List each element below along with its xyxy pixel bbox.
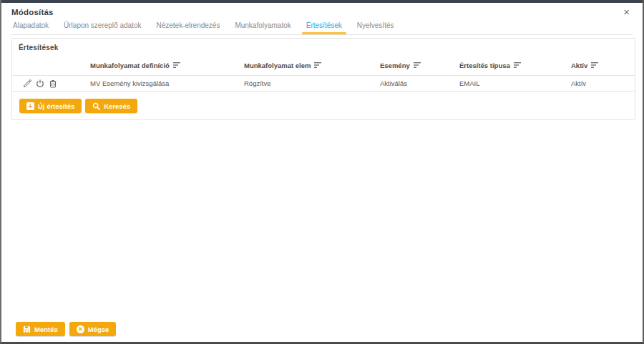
plus-icon: + — [26, 102, 34, 110]
tab-munkafolyamatok[interactable]: Munkafolyamatok — [233, 21, 292, 34]
cancel-button[interactable]: ✕ Mégse — [69, 322, 117, 336]
sort-icon[interactable] — [414, 62, 421, 69]
column-header-esemeny[interactable]: Esemény — [374, 62, 454, 69]
delete-trash-icon[interactable] — [49, 79, 57, 88]
footer-button-bar: Mentés ✕ Mégse — [16, 322, 116, 336]
tab-ertesitesek[interactable]: Értesítések — [305, 21, 343, 34]
column-header-munkafolyamat-definicio[interactable]: Munkafolyamat definíció — [84, 62, 238, 69]
close-icon[interactable]: × — [620, 6, 633, 18]
save-button[interactable]: Mentés — [16, 322, 65, 336]
cell-aktiv: Aktív — [565, 79, 635, 87]
table-header-row: Munkafolyamat definíció Munkafolyamat el… — [12, 56, 635, 76]
cell-esemeny: Aktiválás — [374, 79, 454, 87]
power-toggle-icon[interactable] — [36, 79, 44, 88]
column-header-ertesites-tipusa[interactable]: Értesítés típusa — [454, 62, 565, 69]
search-button[interactable]: Keresés — [85, 99, 137, 113]
cell-munkafolyamat-elem: Rögzítve — [238, 79, 374, 87]
column-header-munkafolyamat-elem[interactable]: Munkafolyamat elem — [238, 62, 374, 69]
column-header-aktiv[interactable]: Aktív — [565, 62, 635, 69]
dialog-header: Módosítás × — [11, 6, 633, 19]
new-notification-button[interactable]: + Új értesítés — [19, 99, 82, 113]
tab-nyelvesites[interactable]: Nyelvesítés — [356, 21, 396, 34]
modal-dialog: Módosítás × Alapadatok Űrlapon szereplő … — [0, 0, 644, 344]
sort-icon[interactable] — [514, 62, 522, 69]
dialog-title: Módosítás — [11, 8, 54, 16]
cell-ertesites-tipusa: EMAIL — [454, 79, 565, 87]
panel-heading: Értesítések — [12, 39, 635, 51]
background-page-strip — [1, 0, 643, 3]
sort-icon[interactable] — [173, 62, 181, 69]
row-actions — [12, 79, 84, 88]
tab-alapadatok[interactable]: Alapadatok — [11, 21, 50, 34]
tab-bar: Alapadatok Űrlapon szereplő adatok Nézet… — [11, 20, 633, 35]
panel-button-bar: + Új értesítés Keresés — [12, 92, 635, 113]
notifications-panel: Értesítések Munkafolyamat definíció Munk… — [11, 38, 635, 120]
save-floppy-icon — [23, 325, 31, 333]
edit-pencil-icon[interactable] — [23, 79, 31, 88]
tab-nezetek-elrendezes[interactable]: Nézetek-elrendezés — [155, 21, 221, 34]
search-icon — [92, 102, 100, 110]
sort-icon[interactable] — [591, 62, 599, 69]
cell-munkafolyamat-definicio: MV Esemény kivizsgálása — [84, 79, 238, 87]
cancel-x-icon: ✕ — [77, 325, 84, 333]
tab-urlapon-szereplo-adatok[interactable]: Űrlapon szereplő adatok — [62, 21, 142, 34]
sort-icon[interactable] — [314, 62, 322, 69]
table-row: MV Esemény kivizsgálása Rögzítve Aktivál… — [12, 76, 635, 92]
